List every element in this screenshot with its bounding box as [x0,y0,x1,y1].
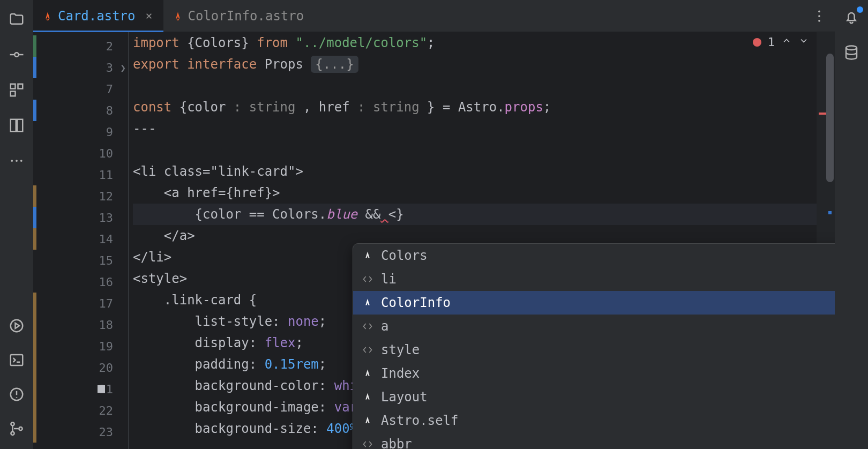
tab-colorinfo-astro[interactable]: ColorInfo.astro [163,0,314,32]
astro-icon [362,250,373,261]
line-number: 13 [99,211,114,224]
line-number: 22 [99,404,114,417]
run-icon[interactable] [7,316,26,335]
svg-point-14 [19,427,22,430]
nav-down-icon[interactable] [798,35,809,49]
line-number: 23 [99,425,114,439]
line-number: 15 [99,254,114,267]
svg-rect-2 [18,84,23,89]
line-number: 8 [106,104,113,117]
editor-tabs: Card.astro ColorInfo.astro [33,0,835,32]
terminal-icon[interactable] [7,350,26,370]
svg-point-0 [14,53,19,57]
line-number: 14 [99,233,114,246]
line-number: 17 [99,297,114,310]
more-icon[interactable] [7,151,26,170]
completion-item[interactable]: Layout [353,385,835,409]
right-rail [835,0,868,449]
tag-icon [362,438,373,449]
astro-file-icon [43,11,53,21]
line-number: 10 [99,147,114,160]
astro-icon [362,297,373,309]
tab-label: ColorInfo.astro [188,9,304,24]
astro-icon [362,368,373,379]
line-number: 20 [99,361,114,375]
svg-rect-10 [11,355,23,365]
svg-point-16 [818,15,820,17]
completion-item[interactable]: a [353,315,835,338]
svg-rect-4 [11,119,16,132]
svg-point-15 [818,10,820,12]
completion-item[interactable]: ColorInfo [353,291,835,315]
svg-point-7 [16,160,18,162]
svg-point-9 [11,320,23,332]
svg-point-8 [20,160,23,162]
scrollbar-thumb[interactable] [826,54,834,182]
completion-item[interactable]: Index [353,362,835,385]
tab-card-astro[interactable]: Card.astro [33,0,163,32]
completion-item[interactable]: Astro.self [353,409,835,432]
line-number: 18 [99,318,114,332]
close-icon[interactable] [144,11,154,21]
completion-item[interactable]: Colors [353,244,835,267]
tab-more-icon[interactable] [811,8,827,24]
database-icon[interactable] [842,43,861,62]
astro-icon [362,391,373,403]
line-number: 3 [106,61,113,74]
folder-icon[interactable] [7,10,26,29]
line-number: 9 [106,125,113,139]
line-number: 11 [99,168,114,182]
error-dot-icon [753,38,761,47]
line-number: 16 [99,275,114,289]
git-icon[interactable] [7,419,26,438]
astro-file-icon [173,11,183,21]
activity-bar [0,0,33,449]
tag-icon [362,273,373,285]
tab-label: Card.astro [58,9,136,24]
svg-rect-3 [11,92,16,96]
line-number: 19 [99,340,114,353]
commit-icon[interactable] [7,45,26,64]
error-count: 1 [768,35,775,49]
svg-rect-5 [17,119,23,132]
gutter: 2 3❯ 7 8 9 10 11 12 13 14 15 16 17 18 19… [33,32,129,449]
astro-icon [362,415,373,426]
breakpoint-icon[interactable] [98,385,105,393]
fold-icon[interactable]: ❯ [120,62,126,73]
svg-point-17 [818,19,820,21]
svg-point-6 [11,160,13,162]
problems-icon[interactable] [7,385,26,404]
folded-region[interactable]: {...} [311,56,358,73]
completion-item[interactable]: li [353,267,835,291]
editor[interactable]: 1 2 3❯ 7 8 9 10 11 12 13 14 15 [33,32,835,449]
completion-popup: Colors li ColorInfo a style [353,243,835,449]
tag-icon [362,344,373,356]
line-number: 7 [106,83,113,96]
svg-rect-1 [11,84,16,89]
completion-item[interactable]: style [353,338,835,362]
nav-up-icon[interactable] [781,35,792,49]
editor-problems-status[interactable]: 1 [753,35,809,49]
notifications-icon[interactable] [842,8,861,27]
tag-icon [362,320,373,332]
main-panel: Card.astro ColorInfo.astro 1 [33,0,835,449]
line-number: 12 [99,190,114,203]
svg-point-13 [11,432,14,435]
svg-point-12 [11,422,14,425]
completion-item[interactable]: abbr [353,432,835,449]
svg-point-18 [846,46,857,50]
line-number: 2 [106,40,113,53]
bookmarks-icon[interactable] [7,116,26,135]
structure-icon[interactable] [7,80,26,100]
